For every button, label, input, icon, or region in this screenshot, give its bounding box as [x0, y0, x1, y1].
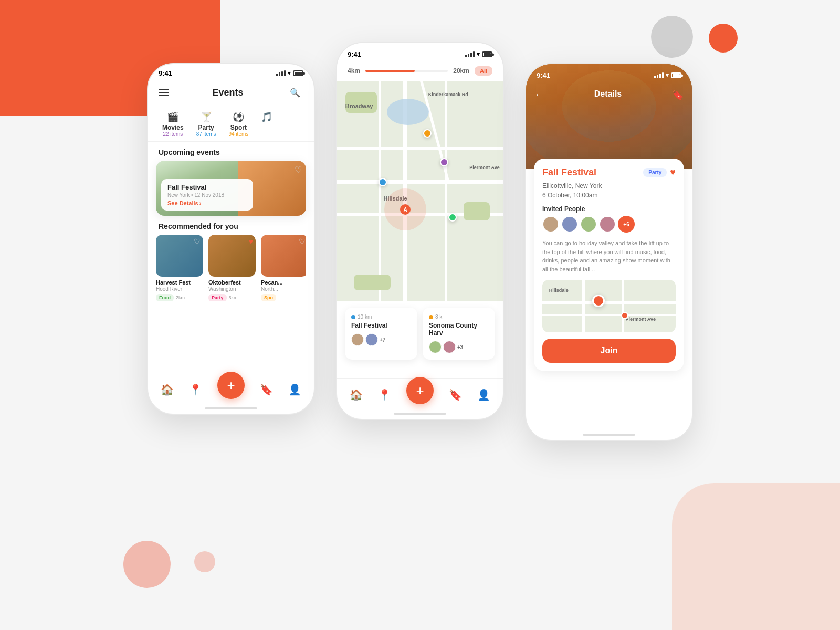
harvest-heart[interactable]: ♡ [194, 237, 201, 246]
nav-profile[interactable]: 👤 [288, 383, 301, 396]
home-indicator-2 [394, 413, 446, 415]
nav2-location[interactable]: 📍 [378, 388, 391, 401]
map-label-broadway: Broadway [345, 103, 373, 109]
detail-mini-map: Hillsdale Piermont Ave [542, 280, 676, 332]
detail-card-top: Fall Festival Party ♥ [542, 167, 676, 178]
map-pin-purple[interactable] [440, 158, 448, 166]
party-badge: Party [643, 168, 667, 177]
rec-card-harvest[interactable]: ♡ Harvest Fest Hood River Food 2km [156, 235, 203, 301]
invited-avatar-extra: +6 [618, 216, 635, 233]
map-view[interactable]: Hillsdale Broadway Piermont Ave Kinderka… [337, 81, 503, 301]
avatar-1 [351, 333, 364, 346]
event-card-fall-festival[interactable]: Fall Festival New York • 12 Nov 2018 See… [156, 161, 306, 216]
oktoberfest-tags: Party 5km [208, 294, 256, 301]
sport-icon: ⚽ [233, 111, 244, 123]
map-green-3 [354, 275, 391, 290]
dist-slider[interactable] [365, 70, 448, 72]
bottom-nav-1: 🏠 📍 + 🔖 👤 [148, 373, 314, 403]
pecan-heart[interactable]: ♡ [299, 237, 306, 246]
pecan-name: Pecan... [261, 279, 306, 286]
event-card-title: Fall Festival [167, 183, 247, 191]
dm-road-v2 [622, 280, 624, 332]
map-card-fall-title: Fall Festival [351, 322, 411, 329]
sonoma-dot [429, 315, 433, 319]
search-button[interactable]: 🔍 [287, 84, 303, 101]
map-green-1 [345, 92, 377, 113]
detail-date: 6 October, 10:00am [542, 192, 676, 199]
oktoberfest-location: Washington [208, 286, 256, 292]
pecan-location: North... [261, 286, 306, 292]
pecan-tag: Spo [261, 294, 276, 301]
movies-name: Movies [162, 124, 184, 131]
nav2-home[interactable]: 🏠 [350, 388, 363, 401]
oktoberfest-tag: Party [208, 294, 227, 301]
detail-description: You can go to holiday valley and take th… [542, 239, 676, 274]
map-pin-blue[interactable] [379, 178, 387, 186]
map-card-sonoma-title: Sonoma County Harv [429, 322, 489, 337]
event-card-info: Fall Festival New York • 12 Nov 2018 See… [161, 179, 253, 211]
notch-2 [394, 43, 446, 55]
harvest-dist: 2km [176, 295, 185, 300]
category-sport[interactable]: ⚽ Sport 94 items [222, 107, 255, 141]
see-details-link[interactable]: See Details › [167, 200, 247, 206]
detail-screen-title: Details [594, 89, 622, 99]
dm-road-v1 [582, 280, 585, 332]
detail-avatars: +6 [542, 216, 676, 233]
category-party[interactable]: 🍸 Party 87 items [190, 107, 223, 141]
category-music[interactable]: 🎵 [255, 107, 279, 141]
notch [205, 64, 257, 76]
event-heart-button[interactable]: ♡ [295, 165, 302, 175]
map-card-fall-avatars: +7 [351, 333, 411, 346]
nav2-profile[interactable]: 👤 [477, 388, 490, 401]
wifi-icon-2: ▾ [477, 51, 480, 58]
map-road-v2 [379, 81, 381, 301]
home-indicator [205, 407, 257, 410]
nav-location[interactable]: 📍 [189, 383, 202, 396]
detail-heart-button[interactable]: ♥ [670, 167, 676, 178]
dist-max: 20km [453, 67, 469, 75]
nav-home[interactable]: 🏠 [161, 383, 174, 396]
oktoberfest-heart[interactable]: ♥ [249, 237, 253, 246]
nav2-add-button[interactable]: + [406, 377, 434, 404]
map-event-cards: 10 km Fall Festival +7 8 k Sonoma County… [337, 301, 503, 366]
map-road-h1 [337, 180, 503, 184]
map-card-sonoma[interactable]: 8 k Sonoma County Harv +3 [423, 308, 495, 360]
back-button[interactable]: ← [534, 89, 544, 100]
category-movies[interactable]: 🎬 Movies 22 items [156, 107, 190, 141]
harvest-img: ♡ [156, 235, 203, 277]
nav2-bookmark[interactable]: 🔖 [449, 388, 462, 401]
recommended-section: ♡ Harvest Fest Hood River Food 2km ♥ Okt… [148, 235, 314, 301]
nav-add-button[interactable]: + [217, 372, 245, 399]
map-card-fall-festival[interactable]: 10 km Fall Festival +7 [345, 308, 417, 360]
bg-circle-orange [709, 24, 738, 52]
bookmark-button[interactable]: 🔖 [672, 89, 684, 101]
map-pin-orange[interactable] [423, 129, 432, 138]
invited-avatar-1 [542, 216, 559, 233]
harvest-location: Hood River [156, 286, 203, 292]
rec-card-oktoberfest[interactable]: ♥ Oktoberfest Washington Party 5km [208, 235, 256, 301]
detail-location: Ellicottville, New York [542, 182, 676, 190]
party-icon: 🍸 [201, 111, 212, 123]
map-pin-green[interactable] [448, 213, 457, 222]
wifi-icon-3: ▾ [666, 72, 669, 79]
detail-event-title: Fall Festival [542, 167, 596, 178]
map-label-kinder: Kinderkamack Rd [428, 92, 468, 97]
rec-card-pecan[interactable]: ♡ Pecan... North... Spo [261, 235, 306, 301]
time-1: 9:41 [159, 69, 172, 77]
harvest-tags: Food 2km [156, 294, 203, 301]
join-button[interactable]: Join [542, 339, 676, 363]
oktoberfest-dist: 5km [229, 295, 238, 300]
party-name: Party [198, 124, 214, 131]
menu-icon[interactable] [159, 89, 169, 96]
pecan-img: ♡ [261, 235, 306, 277]
dist-all-button[interactable]: All [475, 66, 492, 76]
status-icons-1: ▾ [276, 70, 303, 77]
event-card-meta: New York • 12 Nov 2018 [167, 192, 247, 198]
wifi-icon: ▾ [288, 70, 291, 77]
invited-avatar-3 [580, 216, 597, 233]
detail-badges: Party ♥ [643, 167, 676, 178]
nav-bookmark[interactable]: 🔖 [260, 383, 273, 396]
bg-blob-right [672, 483, 840, 630]
invited-avatar-2 [561, 216, 578, 233]
detail-map-label-hillsdale: Hillsdale [549, 288, 569, 293]
